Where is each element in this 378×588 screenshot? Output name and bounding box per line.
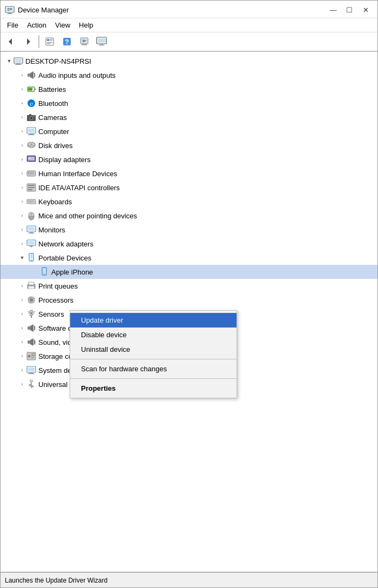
svg-rect-61 [28, 185, 35, 186]
tree-item-bluetooth[interactable]: › ℮ Bluetooth [1, 96, 377, 110]
computer-icon [26, 126, 36, 136]
svg-marker-8 [9, 38, 12, 45]
svg-rect-53 [30, 172, 31, 173]
ctx-properties[interactable]: Properties [70, 381, 237, 396]
batteries-expand-arrow[interactable]: › [18, 85, 26, 93]
network-expand-arrow[interactable]: › [18, 239, 26, 248]
help-button[interactable]: ? [59, 34, 75, 49]
minimize-button[interactable]: — [326, 4, 341, 16]
print-expand-arrow[interactable]: › [18, 282, 26, 290]
mice-expand-arrow[interactable]: › [18, 211, 26, 220]
svg-rect-104 [34, 300, 35, 301]
svg-rect-26 [15, 59, 22, 62]
tree-root[interactable]: ▼ DESKTOP-NS4PRSI [1, 54, 377, 68]
ctx-disable-device[interactable]: Disable device [70, 328, 237, 342]
bluetooth-expand-arrow[interactable]: › [18, 99, 26, 108]
svg-rect-13 [47, 44, 51, 44]
monitors-expand-arrow[interactable]: › [18, 225, 26, 234]
menu-view[interactable]: View [51, 19, 75, 31]
tree-item-processors[interactable]: › Processors [1, 293, 377, 307]
svg-rect-89 [30, 255, 32, 259]
title-bar: Device Manager — ☐ ✕ [1, 1, 377, 18]
tree-item-monitors[interactable]: › Monitors [1, 223, 377, 237]
sensors-expand-arrow[interactable]: › [18, 310, 26, 318]
sensors-label: Sensors [38, 310, 64, 318]
svg-rect-127 [29, 372, 33, 373]
menu-help[interactable]: Help [75, 19, 98, 31]
sysdev-expand-arrow[interactable]: › [18, 366, 26, 375]
maximize-button[interactable]: ☐ [342, 4, 357, 16]
tree-item-disk[interactable]: › Disk drives [1, 138, 377, 152]
portable-icon [26, 253, 36, 263]
svg-rect-111 [28, 311, 29, 312]
ctx-update-driver[interactable]: Update driver [70, 313, 237, 328]
svg-rect-12 [47, 42, 52, 43]
batteries-label: Batteries [38, 85, 66, 93]
svg-rect-77 [28, 227, 35, 231]
svg-rect-56 [28, 173, 29, 175]
back-button[interactable] [3, 34, 19, 49]
disk-expand-arrow[interactable]: › [18, 141, 26, 150]
sound-expand-arrow[interactable]: › [18, 338, 26, 346]
svg-rect-28 [15, 64, 22, 65]
softdev-icon [26, 323, 36, 333]
menu-file[interactable]: File [3, 19, 23, 31]
window-title: Device Manager [18, 6, 69, 14]
svg-point-75 [31, 213, 32, 215]
svg-rect-33 [28, 88, 32, 91]
monitors-icon [26, 225, 36, 235]
properties-button[interactable] [42, 34, 58, 49]
tree-item-mice[interactable]: › Mice and other pointing devices [1, 209, 377, 223]
computer-expand-arrow[interactable]: › [18, 127, 26, 136]
display-expand-arrow[interactable]: › [18, 155, 26, 164]
tree-item-keyboards[interactable]: › Keyboards [1, 195, 377, 209]
svg-rect-96 [29, 286, 34, 289]
display-icon [26, 155, 36, 164]
storage-expand-arrow[interactable]: › [18, 352, 26, 360]
run-button[interactable] [76, 34, 92, 49]
sensors-icon [26, 309, 36, 319]
ctx-scan-changes[interactable]: Scan for hardware changes [70, 362, 237, 376]
tree-item-apple-iphone[interactable]: › Apple iPhone [1, 265, 377, 279]
tree-item-batteries[interactable]: › Batteries [1, 82, 377, 96]
tree-item-print[interactable]: › Print queues [1, 279, 377, 293]
forward-button[interactable] [20, 34, 36, 49]
svg-rect-3 [7, 14, 12, 14]
monitor-button[interactable] [93, 34, 110, 49]
hid-expand-arrow[interactable]: › [18, 169, 26, 178]
svg-rect-70 [28, 202, 33, 202]
svg-rect-69 [33, 201, 35, 201]
tree-item-portable[interactable]: ▼ Portable Devices [1, 251, 377, 265]
tree-item-network[interactable]: › Network adapters [1, 237, 377, 251]
svg-rect-6 [10, 9, 12, 10]
batteries-icon [26, 84, 36, 94]
tree-item-ide[interactable]: › IDE ATA/ATAPI controllers [1, 181, 377, 195]
root-expand-arrow[interactable]: ▼ [5, 57, 14, 65]
svg-rect-66 [29, 201, 30, 201]
svg-rect-15 [50, 40, 52, 41]
svg-rect-79 [29, 233, 34, 233]
tree-item-display[interactable]: › Display adapters [1, 152, 377, 166]
usb-expand-arrow[interactable]: › [18, 380, 26, 389]
svg-rect-106 [32, 296, 32, 297]
processors-expand-arrow[interactable]: › [18, 296, 26, 304]
portable-expand-arrow[interactable]: ▼ [18, 253, 26, 262]
tree-item-hid[interactable]: › Human Interface Devices [1, 166, 377, 181]
ctx-uninstall-device[interactable]: Uninstall device [70, 342, 237, 357]
close-button[interactable]: ✕ [358, 4, 373, 16]
ide-expand-arrow[interactable]: › [18, 183, 26, 192]
tree-item-cameras[interactable]: › Cameras [1, 110, 377, 124]
cameras-expand-arrow[interactable]: › [18, 113, 26, 122]
softdev-expand-arrow[interactable]: › [18, 324, 26, 332]
svg-rect-23 [100, 44, 103, 45]
tree-item-audio[interactable]: › Audio inputs and outputs [1, 68, 377, 82]
ctx-separator-2 [70, 378, 237, 379]
tree-item-computer[interactable]: › Computer [1, 124, 377, 138]
svg-rect-97 [29, 287, 33, 288]
svg-rect-113 [28, 313, 29, 313]
svg-rect-58 [31, 173, 32, 175]
menu-action[interactable]: Action [23, 19, 51, 31]
audio-expand-arrow[interactable]: › [18, 71, 26, 79]
svg-rect-11 [47, 39, 49, 41]
keyboards-expand-arrow[interactable]: › [18, 197, 26, 206]
